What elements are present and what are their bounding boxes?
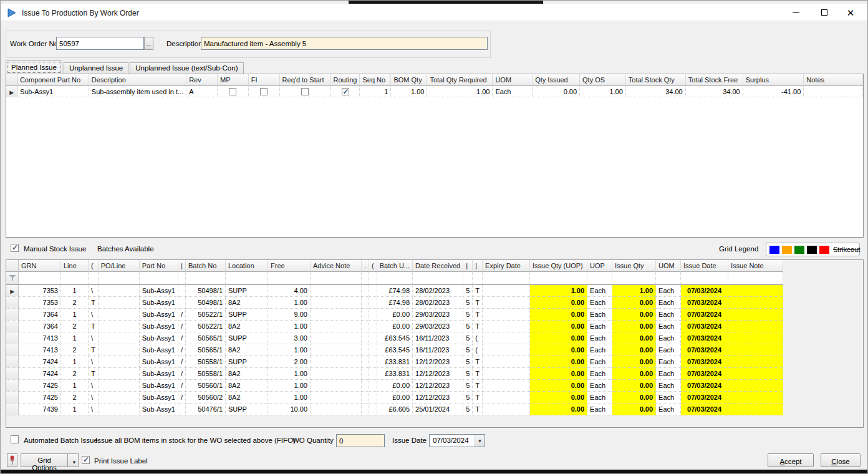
cell-total_stock_qty[interactable]: 34.00 [626, 86, 686, 97]
cell-expiry_date[interactable] [483, 285, 530, 297]
cell-free[interactable]: 1.00 [268, 321, 311, 332]
col-header-bom_qty[interactable]: BOM Qty [391, 74, 427, 86]
cell-uop[interactable]: Each [587, 344, 612, 356]
cell-t6[interactable]: T [473, 321, 483, 332]
col-header-description[interactable]: Description [89, 74, 186, 86]
col-header-issue_qty[interactable]: Issue Qty [612, 260, 656, 272]
grid-options-dropdown-button[interactable]: ▼ [67, 453, 79, 467]
cell-t2[interactable]: / [178, 332, 186, 344]
cell-t4[interactable] [369, 321, 377, 332]
cell-grn[interactable]: 7425 [19, 392, 61, 404]
cell-t3[interactable] [362, 321, 369, 332]
cell-routing[interactable] [331, 86, 360, 97]
col-header-routing[interactable]: Routing [331, 74, 360, 86]
row-header[interactable] [6, 404, 19, 415]
filter-cell-t5[interactable] [463, 272, 473, 285]
work-order-browse-button[interactable]: ... [144, 37, 153, 50]
cell-t3[interactable] [362, 356, 369, 368]
grid-corner-cell[interactable] [6, 74, 17, 86]
col-header-uop[interactable]: UOP [587, 260, 612, 272]
cell-issue_qty_uop[interactable]: 0.00 [530, 380, 587, 392]
cell-t1[interactable]: \ [89, 392, 99, 404]
close-dialog-button[interactable]: Close [821, 453, 861, 467]
cell-uom[interactable]: Each [656, 356, 681, 368]
cell-po_line[interactable] [99, 356, 140, 368]
col-header-component_part_no[interactable]: Component Part No [17, 74, 89, 86]
cell-location[interactable]: 8A2 [226, 321, 268, 332]
row-header[interactable] [6, 344, 19, 356]
cell-issue_qty[interactable]: 0.00 [612, 404, 656, 415]
col-header-reqd_to_start[interactable]: Req'd to Start [280, 74, 331, 86]
cell-issue_qty[interactable]: 0.00 [612, 332, 656, 344]
cell-issue_note[interactable] [728, 285, 783, 297]
cell-t4[interactable] [369, 285, 377, 297]
cell-line[interactable]: 2 [61, 392, 89, 404]
cell-free[interactable]: 10.00 [268, 404, 311, 415]
row-header[interactable] [6, 321, 19, 332]
cell-date_received[interactable]: 12/12/2023 [413, 392, 463, 404]
cell-t4[interactable] [369, 309, 377, 321]
cell-qty_os[interactable]: 1.00 [580, 86, 626, 97]
cell-t1[interactable]: T [89, 297, 99, 309]
col-header-qty_os[interactable]: Qty OS [580, 74, 626, 86]
cell-grn[interactable]: 7413 [19, 332, 61, 344]
col-header-date_received[interactable]: Date Received [413, 260, 463, 272]
cell-free[interactable]: 1.00 [268, 368, 311, 380]
filter-cell-issue_qty_uop[interactable] [530, 272, 587, 285]
cell-batch_no[interactable]: 50498/1 [186, 285, 226, 297]
cell-advice_note[interactable] [311, 344, 362, 356]
cell-issue_qty[interactable]: 0.00 [612, 297, 656, 309]
cell-issue_qty[interactable]: 0.00 [612, 321, 656, 332]
cell-uop[interactable]: Each [587, 404, 612, 415]
accept-button[interactable]: Accept [768, 453, 814, 467]
col-header-total_stock_qty[interactable]: Total Stock Qty [626, 74, 686, 86]
col-header-issue_note[interactable]: Issue Note [728, 260, 783, 272]
cell-part_no[interactable]: Sub-Assy1 [140, 380, 178, 392]
print-issue-label-checkbox[interactable] [82, 456, 90, 464]
cell-t4[interactable] [369, 404, 377, 415]
cell-part_no[interactable]: Sub-Assy1 [140, 309, 178, 321]
col-header-surplus[interactable]: Surplus [743, 74, 804, 86]
cell-t1[interactable]: \ [89, 285, 99, 297]
col-header-notes[interactable]: Notes [804, 74, 863, 86]
cell-expiry_date[interactable] [483, 380, 530, 392]
cell-line[interactable]: 1 [61, 285, 89, 297]
cell-part_no[interactable]: Sub-Assy1 [140, 297, 178, 309]
row-header-current[interactable]: ▶ [6, 86, 17, 97]
col-header-seq_no[interactable]: Seq No [360, 74, 391, 86]
cell-date_received[interactable]: 29/03/2023 [413, 309, 463, 321]
cell-po_line[interactable] [99, 285, 140, 297]
cell-t4[interactable] [369, 356, 377, 368]
col-header-batch_no[interactable]: Batch No [186, 260, 226, 272]
cell-line[interactable]: 2 [61, 321, 89, 332]
cell-t6[interactable]: ( [473, 332, 483, 344]
cell-rev[interactable]: A [186, 86, 218, 97]
cell-issue_date[interactable]: 07/03/2024 [681, 297, 728, 309]
cell-issue_qty_uop[interactable]: 0.00 [530, 332, 587, 344]
cell-po_line[interactable] [99, 368, 140, 380]
cell-free[interactable]: 3.00 [268, 332, 311, 344]
cell-t4[interactable] [369, 392, 377, 404]
col-header-mp[interactable]: MP [218, 74, 249, 86]
filter-cell-grn[interactable] [19, 272, 61, 285]
filter-cell-free[interactable] [268, 272, 311, 285]
cell-advice_note[interactable] [311, 332, 362, 344]
cell-batch_no[interactable]: 50558/1 [186, 356, 226, 368]
filter-cell-t4[interactable] [369, 272, 377, 285]
cell-date_received[interactable]: 28/02/2023 [413, 297, 463, 309]
cell-uom[interactable]: Each [656, 344, 681, 356]
cell-t6[interactable]: T [473, 309, 483, 321]
cell-issue_qty_uop[interactable]: 0.00 [530, 404, 587, 415]
minimize-button[interactable] [781, 4, 810, 21]
cell-date_received[interactable]: 28/02/2023 [413, 285, 463, 297]
cell-t3[interactable] [362, 309, 369, 321]
filter-cell-t3[interactable] [362, 272, 369, 285]
cell-t5[interactable]: 5 [463, 332, 473, 344]
cell-po_line[interactable] [99, 332, 140, 344]
cell-issue_qty[interactable]: 0.00 [612, 356, 656, 368]
cell-issue_date[interactable]: 07/03/2024 [681, 356, 728, 368]
cell-advice_note[interactable] [311, 356, 362, 368]
cell-mp[interactable] [218, 86, 249, 97]
cell-line[interactable]: 1 [61, 332, 89, 344]
cell-t3[interactable] [362, 404, 369, 415]
